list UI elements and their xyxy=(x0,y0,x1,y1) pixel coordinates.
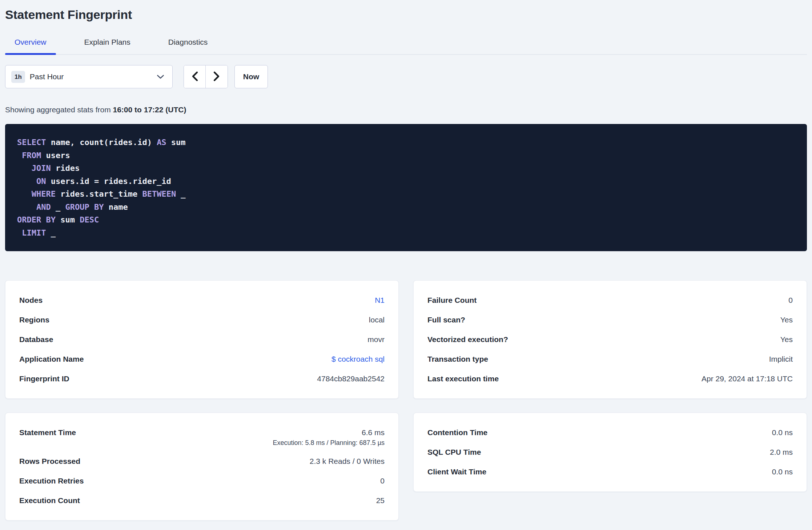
row-failure-count: Failure Count 0 xyxy=(427,295,793,305)
stat-label: Execution Count xyxy=(19,495,80,506)
row-database: Database movr xyxy=(19,334,385,345)
time-toolbar: 1h Past Hour Now xyxy=(5,65,807,88)
row-client-wait-time: Client Wait Time 0.0 ns xyxy=(427,467,793,477)
application-name-link[interactable]: $ cockroach sql xyxy=(331,354,385,364)
chevron-left-icon xyxy=(191,71,199,83)
sql-line: FROM users xyxy=(17,149,795,162)
stat-value: 0.0 ns xyxy=(772,427,793,438)
row-execution-retries: Execution Retries 0 xyxy=(19,476,385,486)
sql-line: ORDER BY sum DESC xyxy=(17,213,795,226)
stat-label: Last execution time xyxy=(427,374,499,384)
time-step-buttons xyxy=(184,65,228,88)
stat-value: Yes xyxy=(780,334,793,345)
row-sql-cpu-time: SQL CPU Time 2.0 ms xyxy=(427,447,793,457)
statement-time-values: 6.6 ms Execution: 5.8 ms / Planning: 687… xyxy=(273,427,385,447)
chevron-down-icon xyxy=(157,75,164,79)
row-statement-time: Statement Time 6.6 ms Execution: 5.8 ms … xyxy=(19,427,385,447)
statement-time-breakdown: Execution: 5.8 ms / Planning: 687.5 µs xyxy=(273,439,385,447)
row-fingerprint-id: Fingerprint ID 4784cb829aab2542 xyxy=(19,374,385,384)
tab-overview[interactable]: Overview xyxy=(5,37,56,54)
time-range-label: Past Hour xyxy=(30,72,64,81)
statement-fingerprint-page: Statement Fingerprint Overview Explain P… xyxy=(0,0,812,521)
row-contention-time: Contention Time 0.0 ns xyxy=(427,427,793,438)
execution-attributes-card: Failure Count 0 Full scan? Yes Vectorize… xyxy=(413,280,807,399)
stat-label: Application Name xyxy=(19,354,84,364)
stat-value: 0 xyxy=(788,295,793,305)
row-vectorized-execution: Vectorized execution? Yes xyxy=(427,334,793,345)
sql-line: LIMIT _ xyxy=(17,226,795,240)
prev-time-button[interactable] xyxy=(184,65,206,88)
stat-label: Transaction type xyxy=(427,354,488,364)
stat-value: 25 xyxy=(376,495,385,506)
page-title: Statement Fingerprint xyxy=(5,7,807,23)
stat-value: 6.6 ms xyxy=(362,427,385,438)
overview-details-card: Nodes N1 Regions local Database movr App… xyxy=(5,280,399,399)
row-transaction-type: Transaction type Implicit xyxy=(427,354,793,364)
row-regions: Regions local xyxy=(19,315,385,325)
stat-value: Apr 29, 2024 at 17:18 UTC xyxy=(702,374,793,384)
summary-cards: Nodes N1 Regions local Database movr App… xyxy=(5,280,807,521)
sql-line: WHERE rides.start_time BETWEEN _ xyxy=(17,188,795,201)
aggregated-stats-range: 16:00 to 17:22 (UTC) xyxy=(113,105,186,114)
stat-value: 2.3 k Reads / 0 Writes xyxy=(310,456,385,466)
sql-line: JOIN rides xyxy=(17,162,795,175)
sql-statement-box: SELECT name, count(rides.id) AS sum FROM… xyxy=(5,124,807,251)
statement-performance-card: Statement Time 6.6 ms Execution: 5.8 ms … xyxy=(5,413,399,521)
tab-diagnostics-label: Diagnostics xyxy=(168,38,208,46)
tab-overview-label: Overview xyxy=(15,38,47,46)
time-range-dropdown[interactable]: 1h Past Hour xyxy=(5,65,173,88)
stat-label: Statement Time xyxy=(19,427,76,438)
row-execution-count: Execution Count 25 xyxy=(19,495,385,506)
stat-label: Database xyxy=(19,334,53,345)
stat-label: Regions xyxy=(19,315,49,325)
row-application-name: Application Name $ cockroach sql xyxy=(19,354,385,364)
stat-label: Contention Time xyxy=(427,427,487,438)
chevron-right-icon xyxy=(213,71,221,83)
stat-label: SQL CPU Time xyxy=(427,447,481,457)
stat-value: Implicit xyxy=(769,354,793,364)
tab-diagnostics[interactable]: Diagnostics xyxy=(159,37,217,54)
stat-label: Vectorized execution? xyxy=(427,334,508,345)
stat-label: Client Wait Time xyxy=(427,467,486,477)
stat-label: Execution Retries xyxy=(19,476,84,486)
stat-value: 2.0 ms xyxy=(770,447,793,457)
row-last-execution-time: Last execution time Apr 29, 2024 at 17:1… xyxy=(427,374,793,384)
row-full-scan: Full scan? Yes xyxy=(427,315,793,325)
stat-value: 0 xyxy=(380,476,385,486)
sql-line: ON users.id = rides.rider_id xyxy=(17,175,795,188)
stat-value: Yes xyxy=(780,315,793,325)
stat-value: local xyxy=(369,315,385,325)
stat-label: Failure Count xyxy=(427,295,477,305)
time-breakdown-card: Contention Time 0.0 ns SQL CPU Time 2.0 … xyxy=(413,413,807,492)
nodes-link[interactable]: N1 xyxy=(375,295,385,305)
sql-line: AND _ GROUP BY name xyxy=(17,201,795,214)
stat-label: Rows Processed xyxy=(19,456,80,466)
stat-value: 4784cb829aab2542 xyxy=(317,374,385,384)
now-button[interactable]: Now xyxy=(234,65,268,88)
aggregated-stats-line: Showing aggregated stats from 16:00 to 1… xyxy=(5,105,807,115)
tab-bar: Overview Explain Plans Diagnostics xyxy=(5,37,807,55)
tab-explain-plans[interactable]: Explain Plans xyxy=(75,37,140,54)
stat-value: movr xyxy=(367,334,385,345)
next-time-button[interactable] xyxy=(206,65,228,88)
sql-line: SELECT name, count(rides.id) AS sum xyxy=(17,136,795,149)
stat-label: Full scan? xyxy=(427,315,465,325)
row-rows-processed: Rows Processed 2.3 k Reads / 0 Writes xyxy=(19,456,385,466)
stat-label: Nodes xyxy=(19,295,43,305)
row-nodes: Nodes N1 xyxy=(19,295,385,305)
time-range-badge: 1h xyxy=(11,71,25,83)
stat-value: 0.0 ns xyxy=(772,467,793,477)
aggregated-stats-prefix: Showing aggregated stats from xyxy=(5,105,113,114)
tab-explain-plans-label: Explain Plans xyxy=(84,38,130,46)
stat-label: Fingerprint ID xyxy=(19,374,69,384)
